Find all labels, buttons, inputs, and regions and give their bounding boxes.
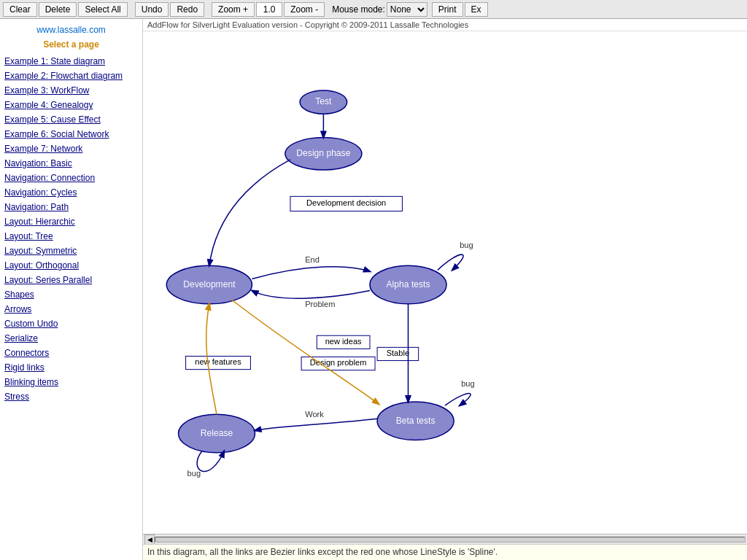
- zoom-controls: Zoom + 1.0 Zoom -: [212, 2, 325, 17]
- scroll-left-arrow[interactable]: ◀: [144, 534, 155, 545]
- svg-text:Design phase: Design phase: [296, 148, 350, 158]
- sidebar-item-arrows[interactable]: Arrows: [0, 302, 142, 316]
- svg-text:new ideas: new ideas: [325, 337, 362, 346]
- svg-text:Beta tests: Beta tests: [396, 416, 436, 426]
- sidebar-item-connectors[interactable]: Connectors: [0, 346, 142, 360]
- sidebar-item-nav-path[interactable]: Navigation: Path: [0, 200, 142, 214]
- canvas-area[interactable]: Test Design phase Development decision D…: [143, 31, 747, 534]
- sidebar-item-layout-hierarchic[interactable]: Layout: Hierarchic: [0, 214, 142, 229]
- sidebar-item-rigid-links[interactable]: Rigid links: [0, 360, 142, 375]
- toolbar: Clear Delete Select All Undo Redo Zoom +…: [0, 0, 747, 19]
- content-area: AddFlow for SilverLight Evaluation versi…: [143, 19, 747, 560]
- svg-text:bug: bug: [187, 469, 201, 478]
- svg-text:Development: Development: [183, 279, 236, 289]
- copyright-bar: AddFlow for SilverLight Evaluation versi…: [143, 19, 747, 31]
- print-button[interactable]: Print: [432, 2, 463, 17]
- status-bar: In this diagram, all the links are Bezie…: [143, 544, 747, 560]
- mouse-mode-label: Mouse mode:: [332, 4, 385, 15]
- svg-text:new features: new features: [195, 358, 241, 367]
- sidebar: www.lassalle.com Select a page Example 1…: [0, 19, 143, 560]
- svg-text:Test: Test: [315, 96, 332, 106]
- svg-text:Release: Release: [201, 428, 233, 438]
- horizontal-scrollbar[interactable]: ◀: [143, 534, 747, 544]
- svg-text:End: End: [305, 255, 320, 264]
- sidebar-item-layout-symmetric[interactable]: Layout: Symmetric: [0, 244, 142, 258]
- sidebar-item-cause-effect[interactable]: Example 5: Cause Effect: [0, 112, 142, 127]
- delete-button[interactable]: Delete: [39, 2, 77, 17]
- sidebar-item-nav-basic[interactable]: Navigation: Basic: [0, 156, 142, 171]
- diagram-svg: Test Design phase Development decision D…: [143, 31, 747, 534]
- svg-text:Problem: Problem: [305, 300, 335, 308]
- svg-text:Alpha tests: Alpha tests: [387, 279, 430, 289]
- sidebar-item-stress[interactable]: Stress: [0, 389, 142, 404]
- sidebar-item-nav-cycles[interactable]: Navigation: Cycles: [0, 185, 142, 200]
- sidebar-item-layout-orthogonal[interactable]: Layout: Orthogonal: [0, 258, 142, 273]
- ex-button[interactable]: Ex: [465, 2, 488, 17]
- sidebar-item-layout-series-parallel[interactable]: Layout: Series Parallel: [0, 273, 142, 287]
- zoom-value-input[interactable]: 1.0: [256, 2, 282, 17]
- main-area: www.lassalle.com Select a page Example 1…: [0, 19, 747, 560]
- sidebar-item-workflow[interactable]: Example 3: WorkFlow: [0, 83, 142, 98]
- sidebar-item-custom-undo[interactable]: Custom Undo: [0, 316, 142, 331]
- sidebar-item-shapes[interactable]: Shapes: [0, 287, 142, 302]
- scroll-track[interactable]: [155, 537, 746, 542]
- svg-text:Work: Work: [305, 410, 324, 419]
- zoom-in-button[interactable]: Zoom +: [212, 2, 255, 17]
- sidebar-item-blinking-items[interactable]: Blinking items: [0, 375, 142, 389]
- sidebar-item-layout-tree[interactable]: Layout: Tree: [0, 229, 142, 244]
- sidebar-item-state-diagram[interactable]: Example 1: State diagram: [0, 54, 142, 69]
- svg-text:bug: bug: [461, 379, 475, 388]
- svg-text:bug: bug: [460, 241, 473, 249]
- sidebar-item-nav-connection[interactable]: Navigation: Connection: [0, 171, 142, 185]
- select-all-button[interactable]: Select All: [78, 2, 127, 17]
- redo-button[interactable]: Redo: [170, 2, 204, 17]
- sidebar-item-genealogy[interactable]: Example 4: Genealogy: [0, 98, 142, 112]
- sidebar-item-social-network[interactable]: Example 6: Social Network: [0, 127, 142, 141]
- svg-text:Development decision: Development decision: [306, 198, 386, 207]
- undo-button[interactable]: Undo: [135, 2, 169, 17]
- select-page-label: Select a page: [0, 38, 142, 54]
- sidebar-item-serialize[interactable]: Serialize: [0, 331, 142, 346]
- clear-button[interactable]: Clear: [3, 2, 37, 17]
- svg-text:Stable: Stable: [387, 349, 409, 357]
- sidebar-item-flowchart[interactable]: Example 2: Flowchart diagram: [0, 69, 142, 83]
- zoom-out-button[interactable]: Zoom -: [284, 2, 325, 17]
- sidebar-item-network[interactable]: Example 7: Network: [0, 141, 142, 156]
- site-url[interactable]: www.lassalle.com: [0, 19, 142, 38]
- mouse-mode-select[interactable]: None Select Pan Zoom: [387, 2, 427, 17]
